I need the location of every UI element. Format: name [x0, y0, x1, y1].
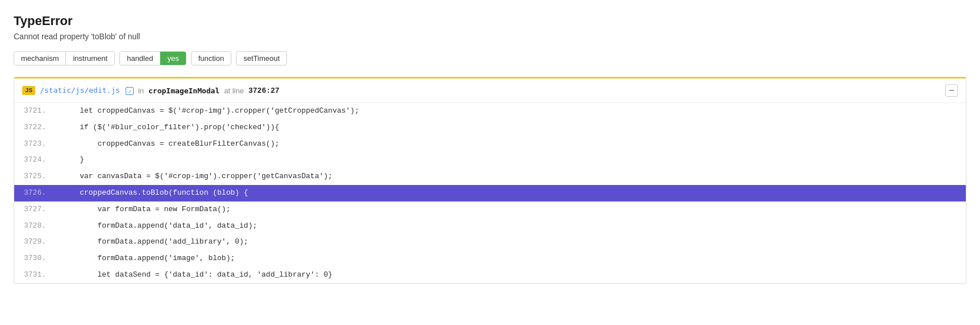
tags-row: mechanism instrument handled yes functio… — [14, 51, 966, 65]
external-link-icon[interactable] — [126, 87, 134, 95]
collapse-button[interactable]: − — [945, 84, 958, 97]
tag-group-mechanism-instrument: mechanism instrument — [14, 51, 115, 65]
frame-function-name: cropImageInModal — [148, 87, 219, 95]
error-message: Cannot read property 'toBlob' of null — [14, 32, 966, 41]
error-title: TypeError — [14, 14, 966, 28]
code-row: 3729. formData.append('add_library', 0); — [14, 234, 966, 250]
code-row: 3721. let croppedCanvas = $('#crop-img')… — [14, 103, 966, 120]
tag-yes[interactable]: yes — [160, 52, 185, 65]
tag-function[interactable]: function — [191, 51, 232, 65]
frame-header: JS /static/js/edit.js in cropImageInModa… — [14, 79, 966, 103]
line-code: formData.append('image', blob); — [54, 250, 966, 267]
at-line-text: at line — [224, 87, 244, 95]
line-code: var formData = new FormData(); — [54, 201, 966, 218]
in-text: in — [138, 87, 144, 95]
code-row: 3728. formData.append('data_id', data_id… — [14, 218, 966, 235]
code-row: 3726. croppedCanvas.toBlob(function (blo… — [14, 185, 966, 201]
line-number: 3721. — [14, 103, 54, 120]
frame-filepath: /static/js/edit.js — [40, 86, 134, 95]
line-number: 3730. — [14, 250, 54, 267]
line-number: 3722. — [14, 120, 54, 136]
frame-container: JS /static/js/edit.js in cropImageInModa… — [14, 77, 966, 284]
code-row: 3730. formData.append('image', blob); — [14, 250, 966, 267]
code-row: 3731. let dataSend = {'data_id': data_id… — [14, 267, 966, 283]
line-number: 3725. — [14, 168, 54, 185]
code-row: 3727. var formData = new FormData(); — [14, 201, 966, 218]
frame-header-left: JS /static/js/edit.js in cropImageInModa… — [22, 86, 280, 95]
tag-settimeout[interactable]: setTimeout — [236, 51, 287, 65]
line-code: croppedCanvas.toBlob(function (blob) { — [54, 185, 966, 201]
line-code: var canvasData = $('#crop-img').cropper(… — [54, 168, 966, 185]
tag-mechanism[interactable]: mechanism — [14, 52, 66, 65]
line-number: 3726. — [14, 185, 54, 201]
code-body: 3721. let croppedCanvas = $('#crop-img')… — [14, 103, 966, 283]
line-number: 3723. — [14, 136, 54, 153]
js-badge: JS — [22, 86, 35, 95]
line-code: formData.append('data_id', data_id); — [54, 218, 966, 235]
code-row: 3722. if ($('#blur_color_filter').prop('… — [14, 120, 966, 136]
line-number: 3724. — [14, 152, 54, 168]
line-number: 3729. — [14, 234, 54, 250]
line-code: let dataSend = {'data_id': data_id, 'add… — [54, 267, 966, 283]
line-number: 3727. — [14, 201, 54, 218]
line-code: let croppedCanvas = $('#crop-img').cropp… — [54, 103, 966, 120]
tag-group-handled-yes: handled yes — [119, 51, 186, 65]
filepath-link[interactable]: /static/js/edit.js — [40, 86, 120, 94]
tag-handled[interactable]: handled — [120, 52, 160, 65]
code-row: 3725. var canvasData = $('#crop-img').cr… — [14, 168, 966, 185]
line-code: croppedCanvas = createBlurFilterCanvas()… — [54, 136, 966, 153]
frame-line-col: 3726:27 — [248, 87, 280, 95]
line-code: if ($('#blur_color_filter').prop('checke… — [54, 120, 966, 136]
code-row: 3723. croppedCanvas = createBlurFilterCa… — [14, 136, 966, 153]
line-number: 3731. — [14, 267, 54, 283]
line-number: 3728. — [14, 218, 54, 235]
line-code: } — [54, 152, 966, 168]
code-row: 3724. } — [14, 152, 966, 168]
line-code: formData.append('add_library', 0); — [54, 234, 966, 250]
tag-instrument[interactable]: instrument — [66, 52, 114, 65]
